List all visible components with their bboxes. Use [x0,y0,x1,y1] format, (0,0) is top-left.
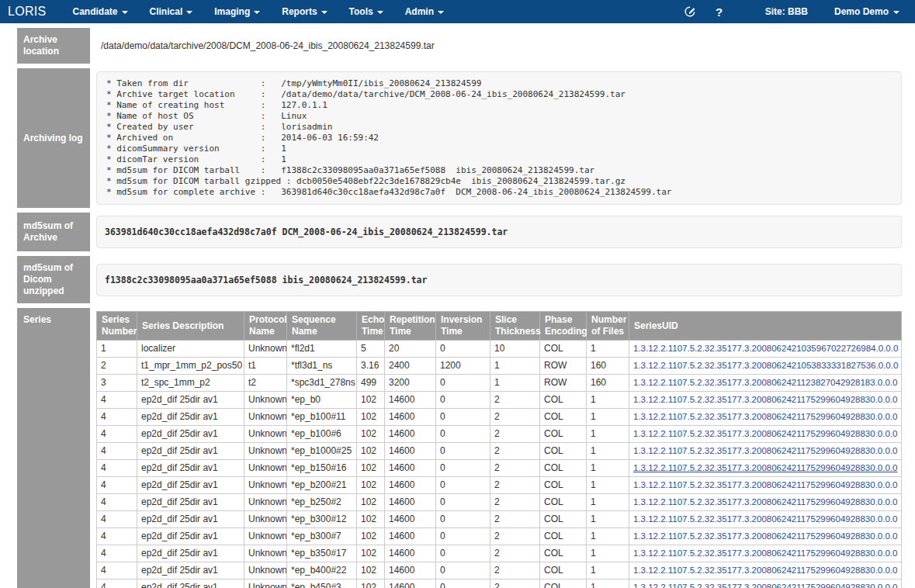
nav-menu-label: Reports [282,6,317,17]
table-cell: COL [540,528,587,545]
table-cell: 1 [587,341,629,358]
archive-location-label: Archive location [17,28,90,64]
chevron-down-icon [254,11,260,14]
series-uid-link[interactable]: 1.3.12.2.1107.5.2.32.35177.3.20080624211… [633,566,897,575]
table-cell: COL [540,477,587,494]
table-cell: 0 [436,562,490,579]
table-cell: 0 [436,477,490,494]
table-cell: Unknown [244,460,287,477]
nav-menu-label: Imaging [214,6,250,17]
table-row: 4ep2d_dif 25dir av1Unknown*ep_b100#11102… [97,409,902,426]
chevron-down-icon [186,11,192,14]
table-cell: 4 [97,579,137,588]
md5-archive-row: md5sum of Archive 363981d640c30cc18aefa4… [17,213,905,251]
series-uid-link[interactable]: 1.3.12.2.1107.5.2.32.35177.3.20080624211… [633,531,897,541]
table-cell: ep2d_dif 25dir av1 [137,392,244,409]
table-cell: Unknown [244,528,287,545]
table-cell: 160 [587,358,629,375]
table-cell: *ep_b200#21 [287,477,357,494]
series-uid-link[interactable]: 1.3.12.2.1107.5.2.32.35177.3.20080624211… [633,412,897,421]
table-cell: 14600 [385,460,436,477]
table-cell: 3200 [385,375,436,392]
table-cell: 14600 [385,511,436,528]
series-uid-link[interactable]: 1.3.12.2.1107.5.2.32.35177.3.20080624211… [633,395,897,404]
table-cell: 2 [490,426,540,443]
table-cell: 102 [357,426,385,443]
series-uid-link[interactable]: 1.3.12.2.1107.5.2.32.35177.3.20080624211… [633,548,897,558]
series-uid-cell: 1.3.12.2.1107.5.2.32.35177.3.20080624211… [629,494,902,511]
nav-menu-tools[interactable]: Tools [338,0,394,23]
site-label: Site: BBB [734,6,830,17]
dicom-archive-detail: Archive location /data/demo/data/tarchiv… [14,23,908,588]
table-row: 4ep2d_dif 25dir av1Unknown*ep_b250#21021… [97,494,902,511]
md5-dicom-row: md5sum of Dicom unzipped f1388c2c3309809… [17,256,905,303]
series-uid-link[interactable]: 1.3.12.2.1107.5.2.32.35177.3.20080624211… [633,480,897,489]
table-cell: COL [540,494,587,511]
feedback-edit-icon[interactable] [675,5,705,19]
table-cell: COL [540,426,587,443]
nav-menu-admin[interactable]: Admin [394,0,455,23]
series-uid-link[interactable]: 1.3.12.2.1107.5.2.32.35177.3.20080624211… [633,583,897,588]
table-cell: 2 [97,358,137,375]
nav-menu-clinical[interactable]: Clinical [139,0,204,23]
table-cell: 0 [436,545,490,562]
table-cell: 102 [357,392,385,409]
navbar-right: ? Site: BBB Demo Demo [675,5,915,19]
series-uid-link[interactable]: 1.3.12.2.1107.5.2.32.35177.3.20080624211… [633,378,897,387]
nav-menu-imaging[interactable]: Imaging [203,0,271,23]
table-cell: t1 [244,358,287,375]
table-cell: 4 [97,545,137,562]
series-uid-link[interactable]: 1.3.12.2.1107.5.2.32.35177.3.20080624210… [633,361,898,370]
table-cell: *ep_b400#22 [287,562,357,579]
table-cell: 102 [357,494,385,511]
series-uid-link[interactable]: 1.3.12.2.1107.5.2.32.35177.3.20080624211… [633,514,897,524]
nav-menu-label: Clinical [150,6,183,17]
series-uid-link[interactable]: 1.3.12.2.1107.5.2.32.35177.3.20080624210… [633,344,898,353]
help-icon[interactable]: ? [705,5,734,19]
table-cell: 2 [490,562,540,579]
table-cell: 14600 [385,443,436,460]
loris-brand[interactable]: LORIS [0,5,62,19]
table-cell: 1 [97,341,137,358]
table-cell: ep2d_dif 25dir av1 [137,460,244,477]
series-uid-cell: 1.3.12.2.1107.5.2.32.35177.3.20080624211… [629,426,902,443]
table-cell: 4 [97,392,137,409]
archive-location-value: /data/demo/data/tarchive/2008/DCM_2008-0… [96,33,902,58]
table-cell: 102 [357,460,385,477]
table-cell: 1 [490,375,540,392]
series-uid-cell: 1.3.12.2.1107.5.2.32.35177.3.20080624210… [629,341,902,358]
table-cell: COL [540,460,587,477]
series-table: Series NumberSeries DescriptionProtocol … [96,311,902,588]
nav-menu-reports[interactable]: Reports [271,0,338,23]
series-uid-link[interactable]: 1.3.12.2.1107.5.2.32.35177.3.20080624211… [633,463,897,472]
table-row: 4ep2d_dif 25dir av1Unknown*ep_b150#16102… [97,460,902,477]
series-uid-cell: 1.3.12.2.1107.5.2.32.35177.3.20080624211… [629,477,902,494]
user-menu[interactable]: Demo Demo [830,6,904,17]
help-question-glyph: ? [716,5,723,19]
table-row: 4ep2d_dif 25dir av1Unknown*ep_b450#31021… [97,579,902,588]
table-cell: 2 [490,579,540,588]
series-uid-cell: 1.3.12.2.1107.5.2.32.35177.3.20080624211… [629,562,902,579]
table-cell: 0 [436,443,490,460]
series-uid-cell: 1.3.12.2.1107.5.2.32.35177.3.20080624211… [629,409,902,426]
md5-archive-label: md5sum of Archive [17,213,90,251]
column-header: Echo Time [357,312,385,341]
table-cell: 3.16 [357,358,385,375]
nav-menu-label: Tools [349,6,373,17]
nav-menus: CandidateClinicalImagingReportsToolsAdmi… [62,0,456,23]
table-cell: *tfl3d1_ns [287,358,357,375]
table-cell: COL [540,562,587,579]
table-cell: 1 [587,562,629,579]
nav-menu-candidate[interactable]: Candidate [62,0,139,23]
series-uid-link[interactable]: 1.3.12.2.1107.5.2.32.35177.3.20080624211… [633,446,897,455]
table-cell: 2 [490,528,540,545]
table-cell: Unknown [244,341,287,358]
table-cell: t2 [244,375,287,392]
table-cell: *ep_b100#6 [287,426,357,443]
series-uid-link[interactable]: 1.3.12.2.1107.5.2.32.35177.3.20080624211… [633,497,897,507]
series-uid-link[interactable]: 1.3.12.2.1107.5.2.32.35177.3.20080624211… [633,429,897,438]
table-cell: Unknown [244,545,287,562]
column-header: Inversion Time [436,312,490,341]
chevron-down-icon [122,11,128,14]
chevron-down-icon [377,11,383,14]
